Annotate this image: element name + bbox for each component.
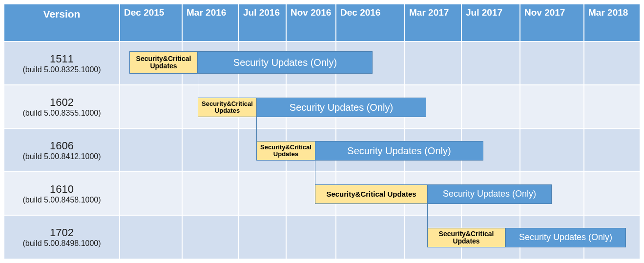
cell: [520, 128, 584, 172]
version-name: 1602: [50, 96, 74, 109]
connector-line: [198, 74, 198, 98]
cell: [120, 128, 182, 172]
row-1702-version: 1702 (build 5.00.8498.1000): [4, 215, 120, 259]
version-build: (build 5.00.8498.1000): [22, 239, 101, 248]
version-name: 1606: [50, 140, 74, 152]
version-build: (build 5.00.8458.1000): [22, 196, 101, 204]
bar-1702-security: Security Updates (Only): [505, 228, 626, 247]
cell: [120, 215, 182, 259]
cell: [584, 172, 640, 215]
cell: [182, 172, 239, 215]
support-timeline-chart: Version Dec 2015 Mar 2016 Jul 2016 Nov 2…: [4, 4, 640, 259]
cell: [182, 128, 239, 172]
bar-1602-security: Security Updates (Only): [256, 98, 426, 117]
cell: [120, 85, 182, 128]
cell: [336, 215, 405, 259]
version-build: (build 5.00.8355.1000): [22, 109, 101, 118]
version-build: (build 5.00.8325.1000): [22, 65, 101, 74]
header-col-3: Nov 2016: [286, 4, 336, 41]
header-col-2: Jul 2016: [239, 4, 286, 41]
cell: [461, 41, 520, 85]
cell: [182, 215, 239, 259]
cell: [239, 215, 286, 259]
version-name: 1702: [50, 226, 74, 239]
header-col-7: Nov 2017: [520, 4, 584, 41]
connector-line: [315, 161, 315, 184]
header-col-4: Dec 2016: [336, 4, 405, 41]
cell: [286, 215, 336, 259]
cell: [520, 41, 584, 85]
row-1606-version: 1606 (build 5.00.8412.1000): [4, 128, 120, 172]
cell: [584, 128, 640, 172]
connector-line: [256, 117, 257, 141]
header-col-0: Dec 2015: [120, 4, 182, 41]
bar-1511-security: Security Updates (Only): [198, 51, 373, 74]
cell: [239, 172, 286, 215]
bar-1606-critical: Security&Critical Updates: [256, 141, 315, 161]
row-1511-version: 1511 (build 5.00.8325.1000): [4, 41, 120, 85]
cell: [584, 41, 640, 85]
bar-1610-security: Security Updates (Only): [427, 184, 552, 204]
cell: [120, 172, 182, 215]
row-1602-version: 1602 (build 5.00.8355.1000): [4, 85, 120, 128]
row-1610-version: 1610 (build 5.00.8458.1000): [4, 172, 120, 215]
bar-1606-security: Security Updates (Only): [315, 141, 483, 161]
cell: [461, 85, 520, 128]
header-col-8: Mar 2018: [584, 4, 640, 41]
cell: [405, 41, 461, 85]
cell: [520, 85, 584, 128]
bar-1511-critical: Security&Critical Updates: [129, 51, 198, 74]
bar-1602-critical: Security&Critical Updates: [198, 98, 257, 117]
connector-line: [427, 204, 428, 228]
bar-1702-critical: Security&Critical Updates: [427, 228, 505, 247]
bar-1610-critical: Security&Critical Updates: [315, 184, 428, 204]
cell: [584, 85, 640, 128]
version-build: (build 5.00.8412.1000): [22, 152, 101, 161]
header-col-6: Jul 2017: [461, 4, 520, 41]
header-col-5: Mar 2017: [405, 4, 461, 41]
version-name: 1511: [50, 53, 74, 65]
version-name: 1610: [50, 183, 74, 196]
header-col-1: Mar 2016: [182, 4, 239, 41]
header-version: Version: [4, 4, 120, 41]
